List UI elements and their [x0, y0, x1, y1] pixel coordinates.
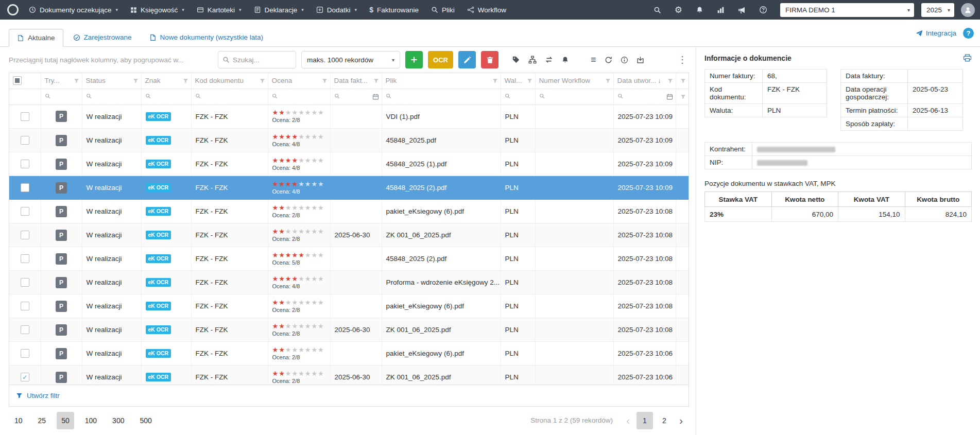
nav-item-kartoteki[interactable]: Kartoteki▾: [191, 0, 248, 20]
nav-item-dodatki[interactable]: Dodatki▾: [310, 0, 363, 20]
row-checkbox[interactable]: [21, 278, 29, 287]
ocr-button[interactable]: OCR: [428, 51, 453, 68]
add-document-button[interactable]: [405, 51, 423, 68]
table-row[interactable]: P W realizacji eK OCR FZK - FZK ★★★★★★★★…: [9, 176, 689, 200]
table-row[interactable]: ✓ P W realizacji eK OCR FZK - FZK ★★★★★★…: [9, 366, 689, 385]
cell-end: [676, 152, 689, 176]
megaphone-icon[interactable]: [731, 0, 752, 20]
gear-icon[interactable]: ⚙: [668, 0, 689, 20]
pager-prev-button[interactable]: ‹: [621, 415, 635, 426]
filter-cell-tryb[interactable]: [41, 89, 82, 105]
records-limit-select[interactable]: maks. 1000 rekordów ▾: [301, 51, 400, 68]
tag-icon[interactable]: [512, 56, 520, 64]
tab-aktualne[interactable]: Aktualne: [9, 29, 63, 47]
row-checkbox[interactable]: [21, 302, 29, 310]
table-row[interactable]: P W realizacji eK OCR FZK - FZK ★★★★★★★★…: [9, 271, 689, 294]
row-checkbox[interactable]: [21, 325, 29, 334]
row-checkbox[interactable]: [21, 254, 29, 263]
table-row[interactable]: P W realizacji eK OCR FZK - FZK ★★★★★★★★…: [9, 129, 689, 152]
tab-zarejestrowane[interactable]: Zarejestrowane: [65, 28, 140, 46]
workflow-tree-icon[interactable]: [528, 56, 537, 64]
nav-item-pliki[interactable]: Pliki: [425, 0, 461, 20]
column-header-waluta[interactable]: Wal...: [501, 73, 535, 89]
filter-cell-workflow[interactable]: [535, 89, 613, 105]
nav-item-workflow[interactable]: Workflow: [461, 0, 512, 20]
filter-cell-kod[interactable]: [191, 89, 268, 105]
page-size-300[interactable]: 300: [108, 412, 129, 429]
table-row[interactable]: P W realizacji eK OCR FZK - FZK ★★★★★★★★…: [9, 105, 689, 129]
page-button-1[interactable]: 1: [637, 412, 653, 429]
search-input[interactable]: [233, 56, 291, 64]
search-small-icon: [86, 93, 92, 99]
tab-nowe-dokumenty-wszystkie-lata[interactable]: Nowe dokumenty (wszystkie lata): [142, 28, 271, 46]
table-row[interactable]: P W realizacji eK OCR FZK - FZK ★★★★★★★★…: [9, 223, 689, 247]
row-checkbox[interactable]: [21, 112, 29, 121]
nav-item-ksi-gowo[interactable]: Księgowość▾: [124, 0, 191, 20]
page-button-2[interactable]: 2: [656, 412, 673, 429]
column-header-filter[interactable]: [676, 73, 689, 89]
filter-cell-data_utworzenia[interactable]: [613, 89, 676, 105]
table-row[interactable]: P W realizacji eK OCR FZK - FZK ★★★★★★★★…: [9, 152, 689, 176]
column-header-data_faktury[interactable]: Data fakt...: [330, 73, 382, 89]
column-header-tryb[interactable]: Try...: [41, 73, 82, 89]
page-size-500[interactable]: 500: [135, 412, 156, 429]
chart-icon[interactable]: [710, 0, 731, 20]
refresh-icon[interactable]: [605, 56, 612, 64]
edit-button[interactable]: [458, 51, 476, 68]
row-checkbox[interactable]: [21, 207, 29, 216]
star-rating: ★★★★★★★★: [272, 275, 326, 283]
select-all-checkbox[interactable]: [13, 76, 22, 85]
company-select[interactable]: FIRMA DEMO 1 ▾: [780, 3, 914, 17]
table-row[interactable]: P W realizacji eK OCR FZK - FZK ★★★★★★★★…: [9, 200, 689, 223]
year-select[interactable]: 2025 ▾: [921, 3, 954, 17]
table-row[interactable]: P W realizacji eK OCR FZK - FZK ★★★★★★★★…: [9, 342, 689, 366]
help-icon[interactable]: [752, 0, 774, 20]
print-button[interactable]: [963, 54, 972, 62]
search-icon[interactable]: [647, 0, 668, 20]
column-header-kod[interactable]: Kod dokumentu: [191, 73, 268, 89]
table-row[interactable]: P W realizacji eK OCR FZK - FZK ★★★★★★★★…: [9, 294, 689, 318]
filter-cell-waluta[interactable]: [501, 89, 535, 105]
column-header-data_utworzenia[interactable]: Data utwor...↓: [613, 73, 676, 89]
filter-cell-status[interactable]: [82, 89, 141, 105]
filter-cell-ocena[interactable]: [268, 89, 330, 105]
more-options-button[interactable]: ⋮: [678, 55, 687, 64]
page-size-50[interactable]: 50: [57, 412, 74, 429]
filter-cell-data_faktury[interactable]: [330, 89, 382, 105]
user-avatar[interactable]: [961, 3, 975, 17]
row-checkbox[interactable]: [21, 231, 29, 239]
filter-cell-znak[interactable]: [141, 89, 191, 105]
page-size-25[interactable]: 25: [33, 412, 51, 429]
row-checkbox[interactable]: [21, 136, 29, 145]
nav-item-deklaracje[interactable]: Deklaracje▾: [248, 0, 310, 20]
export-icon[interactable]: [637, 56, 644, 64]
help-button[interactable]: ?: [963, 28, 974, 39]
column-header-plik[interactable]: Plik: [382, 73, 501, 89]
bell-icon[interactable]: [689, 0, 710, 20]
bell-icon[interactable]: [561, 56, 569, 64]
column-header-ocena[interactable]: Ocena: [268, 73, 330, 89]
hamburger-icon[interactable]: ≡: [591, 55, 596, 64]
nav-item-fakturowanie[interactable]: $Fakturowanie: [363, 0, 425, 20]
row-checkbox[interactable]: [21, 349, 29, 358]
app-logo[interactable]: [7, 4, 19, 15]
row-checkbox[interactable]: [21, 183, 29, 192]
table-row[interactable]: P W realizacji eK OCR FZK - FZK ★★★★★★★★…: [9, 318, 689, 342]
pager-next-button[interactable]: ›: [674, 415, 688, 426]
row-checkbox[interactable]: [21, 160, 29, 168]
info-icon[interactable]: [621, 56, 628, 64]
nav-item-dokumenty-oczekuj-ce[interactable]: Dokumenty oczekujące▾: [23, 0, 124, 20]
delete-button[interactable]: [481, 51, 498, 68]
filter-cell-menu[interactable]: [676, 89, 689, 105]
page-size-10[interactable]: 10: [10, 412, 27, 429]
filter-cell-plik[interactable]: [382, 89, 501, 105]
page-size-100[interactable]: 100: [80, 412, 101, 429]
create-filter-link[interactable]: Utwórz filtr: [9, 385, 689, 406]
column-header-workflow[interactable]: Numer Workflow: [535, 73, 613, 89]
integration-link[interactable]: Integracja: [916, 29, 956, 37]
column-header-status[interactable]: Status: [82, 73, 141, 89]
row-checkbox[interactable]: ✓: [21, 373, 29, 381]
table-row[interactable]: P W realizacji eK OCR FZK - FZK ★★★★★★★★…: [9, 247, 689, 271]
swap-icon[interactable]: [545, 56, 553, 64]
column-header-znak[interactable]: Znak: [141, 73, 191, 89]
